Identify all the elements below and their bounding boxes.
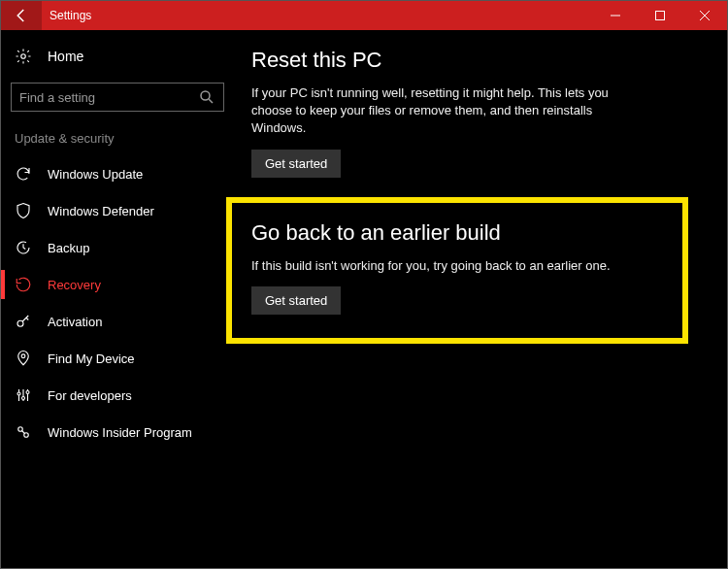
key-icon <box>15 313 32 330</box>
go-back-title: Go back to an earlier build <box>251 220 663 246</box>
svg-line-6 <box>209 99 213 103</box>
app-title: Settings <box>50 9 593 22</box>
sidebar-item-label: Activation <box>48 315 102 329</box>
go-back-desc: If this build isn't working for you, try… <box>251 257 640 275</box>
sidebar-item-insider[interactable]: Windows Insider Program <box>1 414 234 451</box>
svg-point-9 <box>17 392 20 395</box>
window-controls <box>593 1 727 30</box>
svg-point-10 <box>22 397 25 400</box>
home-label: Home <box>48 49 83 64</box>
maximize-button[interactable] <box>638 1 682 30</box>
insider-icon <box>15 423 32 441</box>
sidebar-item-label: For developers <box>48 388 132 403</box>
sidebar-item-label: Windows Update <box>48 167 143 182</box>
svg-rect-1 <box>656 12 665 20</box>
svg-point-5 <box>201 91 210 100</box>
sidebar-item-activation[interactable]: Activation <box>1 303 234 340</box>
sidebar-item-for-developers[interactable]: For developers <box>1 377 234 414</box>
reset-pc-button[interactable]: Get started <box>251 150 341 178</box>
close-button[interactable] <box>682 1 727 30</box>
sidebar-item-label: Windows Insider Program <box>48 425 192 440</box>
sidebar-item-label: Recovery <box>48 278 101 292</box>
sidebar-item-label: Backup <box>48 241 89 255</box>
gear-icon <box>15 48 32 65</box>
minimize-button[interactable] <box>593 1 638 30</box>
shield-icon <box>15 202 32 219</box>
sidebar-item-recovery[interactable]: Recovery <box>1 266 234 303</box>
search-input[interactable]: Find a setting <box>11 83 224 112</box>
search-placeholder: Find a setting <box>19 90 198 105</box>
sidebar-item-label: Windows Defender <box>48 204 154 218</box>
go-back-section: Go back to an earlier build If this buil… <box>251 220 663 315</box>
arrow-left-icon <box>13 7 30 24</box>
titlebar: Settings <box>1 1 727 30</box>
sidebar: Home Find a setting Update & security Wi… <box>1 30 234 568</box>
sidebar-item-windows-defender[interactable]: Windows Defender <box>1 192 234 229</box>
svg-point-11 <box>26 391 29 394</box>
svg-point-7 <box>17 320 23 326</box>
location-icon <box>15 350 32 367</box>
backup-icon <box>15 239 32 256</box>
main-content: Reset this PC If your PC isn't running w… <box>234 30 727 568</box>
sync-icon <box>15 165 32 183</box>
reset-pc-title: Reset this PC <box>251 48 698 73</box>
sidebar-item-find-my-device[interactable]: Find My Device <box>1 340 234 377</box>
sidebar-group-label: Update & security <box>1 125 234 155</box>
search-icon <box>198 88 215 106</box>
recovery-icon <box>15 276 32 293</box>
go-back-button[interactable]: Get started <box>251 286 341 315</box>
svg-point-8 <box>21 354 25 358</box>
back-button[interactable] <box>1 1 42 30</box>
svg-point-4 <box>21 54 26 59</box>
reset-pc-section: Reset this PC If your PC isn't running w… <box>251 48 698 178</box>
sidebar-item-backup[interactable]: Backup <box>1 229 234 266</box>
highlighted-section: Go back to an earlier build If this buil… <box>226 197 688 344</box>
sidebar-item-label: Find My Device <box>48 351 135 366</box>
sidebar-item-windows-update[interactable]: Windows Update <box>1 155 234 192</box>
developer-icon <box>15 386 32 404</box>
reset-pc-desc: If your PC isn't running well, resetting… <box>251 84 640 138</box>
home-link[interactable]: Home <box>1 40 234 79</box>
